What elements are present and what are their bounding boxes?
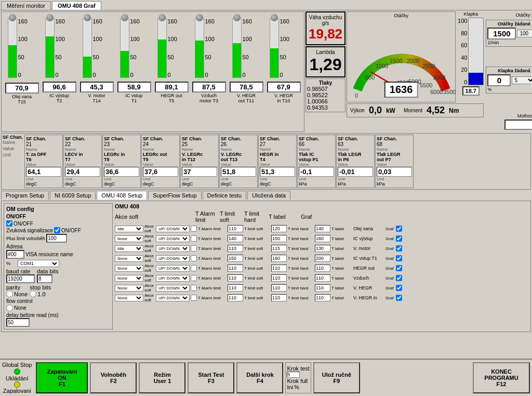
omu-talarm-3[interactable] (228, 255, 243, 262)
omu-talarm-6[interactable] (228, 284, 243, 292)
plus-limit-input[interactable] (46, 234, 67, 243)
tab-omu408-setup[interactable]: OMU 408 Setup (97, 191, 147, 200)
omu-tlimithard-7[interactable] (315, 294, 330, 301)
omu-akce-2[interactable]: Idle (115, 245, 143, 252)
klapka-value-input[interactable]: 0 (487, 74, 511, 86)
omu-graf-7[interactable] (396, 295, 402, 301)
omu-tlimitsoft-1[interactable] (271, 235, 287, 242)
svg-text:1000: 1000 (376, 63, 388, 69)
omu-graf-1[interactable] (396, 235, 402, 242)
f3-start-test-button[interactable]: Start Test F3 (188, 362, 234, 393)
omu-talarm-5[interactable] (228, 274, 243, 282)
omu-tlimitsoft-6[interactable] (271, 284, 287, 292)
omu-ud-4[interactable]: UP/ DOWN (156, 265, 190, 272)
krok-value-input[interactable] (287, 372, 300, 378)
omu-akce-4[interactable]: None (115, 265, 143, 272)
omu-ud-5[interactable]: UP/ DOWN (156, 275, 190, 282)
tab-omu408-graf[interactable]: OMU 408 Graf (52, 1, 101, 10)
omu-tlimithard-0[interactable] (315, 225, 330, 232)
omu-akce-1[interactable]: None (115, 235, 143, 242)
f9-uloz-rucne-button[interactable]: Ulož ručně F9 (313, 362, 360, 393)
omu-talarm-2[interactable] (228, 245, 243, 252)
omu-tlimitsoft-5[interactable] (271, 274, 287, 282)
gauges-panel: 160100500 70,9 Olej vanaT15 160100500 (1, 11, 304, 132)
omu-ud-7[interactable]: UP/ DOWN (156, 295, 190, 301)
omu-akce-0[interactable]: Idle (115, 226, 143, 232)
omu-tlimitsoft-4[interactable] (271, 265, 287, 272)
omu-tlimithard-5[interactable] (315, 274, 330, 282)
omu-akce-3[interactable]: None (115, 255, 143, 262)
omu-ud-1[interactable]: UP/ DOWN (156, 235, 190, 242)
onoff-checkbox[interactable] (6, 220, 12, 227)
svg-text:6000: 6000 (430, 89, 443, 95)
otacky-pct-select[interactable]: 100 (517, 30, 532, 37)
f1-zapalovani-button[interactable]: Zapalování ON F1 (36, 362, 88, 393)
omu-graf-6[interactable] (396, 285, 402, 291)
otacky-value-input[interactable]: 1500 (487, 28, 516, 39)
omu-ud-0[interactable]: UP/ DOWN (156, 226, 190, 232)
omu-tlimithard-1[interactable] (315, 235, 330, 242)
svg-text:3000: 3000 (433, 74, 445, 81)
center-instruments: Váha vzduchu g/s 19,82 Lambda 1,29 Tlaky… (305, 11, 345, 132)
omu-check-7[interactable] (191, 295, 197, 301)
omu-graf-2[interactable] (396, 245, 402, 252)
omu-graf-0[interactable] (396, 226, 402, 232)
zvukova-checkbox[interactable] (54, 227, 60, 233)
omu-ud-2[interactable]: UP/ DOWN (156, 245, 190, 252)
f2-rezim-button[interactable]: Režim User 1 (139, 362, 185, 393)
omu-check-2[interactable] (191, 245, 197, 252)
adresa-input[interactable] (6, 250, 24, 259)
flow-radio[interactable] (6, 305, 13, 311)
stopbits-radio[interactable] (30, 291, 36, 297)
omu-check-0[interactable] (191, 226, 197, 232)
sf-chan-3: SF Chan. 24 Name LEGRc outT9 Value 37,6 … (141, 135, 180, 188)
tab-program-setup[interactable]: Program Setup (1, 191, 49, 200)
tab-superflow-setup[interactable]: SuperFlow Setup (148, 191, 201, 200)
omu-talarm-0[interactable] (228, 225, 243, 232)
f2-volnobeh-button[interactable]: Volnoběh F2 (90, 362, 137, 393)
omu-graf-3[interactable] (396, 255, 402, 261)
omu-tlimithard-4[interactable] (315, 265, 330, 272)
tab-ni6009-setup[interactable]: NI 6009 Setup (50, 191, 96, 200)
omu-tlimitsoft-0[interactable] (271, 225, 287, 232)
databits-input[interactable] (37, 274, 52, 283)
f4-dalsi-krok-button[interactable]: Další krok F4 (236, 362, 283, 393)
tab-mereni-monitor[interactable]: Měření monitor (1, 1, 51, 10)
parity-radio[interactable] (6, 291, 13, 297)
omu-akce-5[interactable]: None (115, 275, 143, 282)
tab-definice-testu[interactable]: Definice testu (203, 191, 247, 200)
omu-check-4[interactable] (191, 265, 197, 271)
omu-graf-5[interactable] (396, 275, 402, 281)
f12-konec-button[interactable]: KONEC PROGRAMU F12 (473, 362, 530, 393)
baud-input[interactable] (6, 274, 35, 283)
omu-check-3[interactable] (191, 255, 197, 261)
omu-akce-7[interactable]: None (115, 295, 143, 301)
top-tab-bar: Měření monitor OMU 408 Graf (0, 0, 532, 10)
omu-tlimitsoft-2[interactable] (271, 245, 287, 252)
delay-input[interactable] (6, 318, 30, 327)
lambda-value: 1,29 (309, 55, 342, 74)
omu-talarm-7[interactable] (228, 294, 243, 301)
vykon-value: 0,0 (369, 105, 382, 116)
ukladani-led (14, 381, 20, 388)
speedo-area: Otáčky (347, 11, 484, 132)
sf-chan-5: SF Chan. 26 Name V. LEGRcout T13 Value 5… (219, 135, 258, 188)
omu-talarm-1[interactable] (228, 235, 243, 242)
omu-akce-6[interactable]: None (115, 285, 143, 292)
omu-check-1[interactable] (191, 235, 197, 242)
omu-graf-4[interactable] (396, 265, 402, 271)
klapka-pct-select[interactable]: 5 (512, 76, 532, 84)
omu-check-6[interactable] (191, 285, 197, 291)
omu-tlimithard-2[interactable] (315, 245, 330, 252)
omu-check-5[interactable] (191, 275, 197, 281)
omu-ud-3[interactable]: UP/ DOWN (156, 255, 190, 262)
gauge-6: 160100500 78,5 V. HEGRout T11 (228, 14, 264, 129)
omu-tlimitsoft-7[interactable] (271, 294, 287, 301)
omu-tlimithard-6[interactable] (315, 284, 330, 292)
com-select[interactable]: COM1 (18, 260, 59, 267)
omu-ud-6[interactable]: UP/ DOWN (156, 285, 190, 292)
omu-talarm-4[interactable] (228, 265, 243, 272)
omu-tlimitsoft-3[interactable] (271, 255, 287, 262)
tab-ulozena-data[interactable]: Uložená data (247, 191, 290, 200)
omu-tlimithard-3[interactable] (315, 255, 330, 262)
